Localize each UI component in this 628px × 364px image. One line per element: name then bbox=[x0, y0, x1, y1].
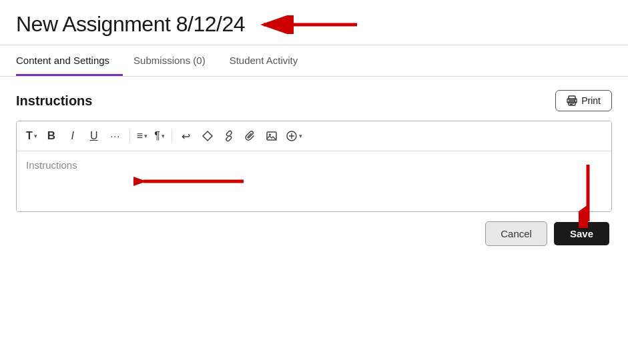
print-button-label: Print bbox=[581, 95, 601, 106]
toolbar-text-style[interactable]: T ▾ bbox=[23, 127, 40, 145]
cancel-button[interactable]: Cancel bbox=[485, 221, 547, 246]
editor-placeholder: Instructions bbox=[26, 159, 77, 171]
toolbar-image[interactable] bbox=[262, 127, 282, 145]
chevron-down-icon: ▾ bbox=[144, 133, 147, 139]
svg-point-10 bbox=[269, 134, 271, 136]
attachment-icon bbox=[244, 130, 256, 142]
toolbar-underline[interactable]: U bbox=[84, 127, 104, 145]
chevron-down-icon: ▾ bbox=[34, 133, 37, 139]
toolbar-italic[interactable]: I bbox=[63, 127, 83, 145]
print-button[interactable]: Print bbox=[555, 90, 612, 111]
tab-content-settings[interactable]: Content and Settings bbox=[16, 45, 123, 76]
svg-rect-6 bbox=[570, 104, 573, 105]
image-icon bbox=[266, 130, 278, 142]
tab-student-activity[interactable]: Student Activity bbox=[230, 45, 312, 76]
toolbar-link[interactable] bbox=[219, 127, 239, 145]
svg-rect-5 bbox=[570, 103, 574, 104]
toolbar-more[interactable]: ··· bbox=[105, 127, 125, 145]
toolbar-separator-2 bbox=[172, 129, 172, 143]
editor-arrow bbox=[133, 172, 247, 191]
chevron-down-icon: ▾ bbox=[162, 133, 165, 139]
footer-actions: Cancel Save bbox=[16, 221, 612, 251]
toolbar-attachment[interactable] bbox=[240, 127, 260, 145]
tab-bar: Content and Settings Submissions (0) Stu… bbox=[0, 45, 628, 77]
instructions-title: Instructions bbox=[16, 93, 92, 109]
page-wrapper: New Assignment 8/12/24 Content and Setti… bbox=[0, 0, 628, 364]
link-icon bbox=[223, 130, 235, 142]
eraser-icon bbox=[202, 130, 214, 142]
section-header: Instructions Print bbox=[16, 90, 612, 111]
editor-container: T ▾ B I U ··· ≡ ▾ ¶ ▾ ↩ bbox=[16, 121, 612, 212]
page-title: New Assignment 8/12/24 bbox=[16, 12, 245, 37]
save-arrow bbox=[579, 161, 597, 228]
chevron-down-icon: ▾ bbox=[299, 133, 302, 139]
toolbar-undo[interactable]: ↩ bbox=[176, 127, 196, 145]
printer-icon bbox=[567, 95, 577, 106]
toolbar-insert[interactable]: ▾ bbox=[283, 127, 305, 145]
svg-rect-2 bbox=[569, 96, 575, 100]
toolbar-clear-format[interactable] bbox=[198, 127, 218, 145]
toolbar-paragraph[interactable]: ¶ ▾ bbox=[151, 127, 168, 145]
toolbar-align[interactable]: ≡ ▾ bbox=[134, 127, 150, 145]
svg-point-7 bbox=[574, 100, 575, 101]
insert-icon bbox=[286, 130, 298, 142]
editor-body[interactable]: Instructions bbox=[17, 151, 611, 211]
toolbar-bold[interactable]: B bbox=[41, 127, 61, 145]
toolbar-separator-1 bbox=[129, 129, 130, 143]
svg-marker-8 bbox=[203, 131, 212, 141]
main-content: Instructions Print T bbox=[0, 77, 628, 364]
tab-submissions[interactable]: Submissions (0) bbox=[133, 45, 219, 76]
page-header: New Assignment 8/12/24 bbox=[0, 0, 628, 45]
editor-toolbar: T ▾ B I U ··· ≡ ▾ ¶ ▾ ↩ bbox=[17, 121, 611, 151]
title-arrow bbox=[257, 15, 364, 34]
